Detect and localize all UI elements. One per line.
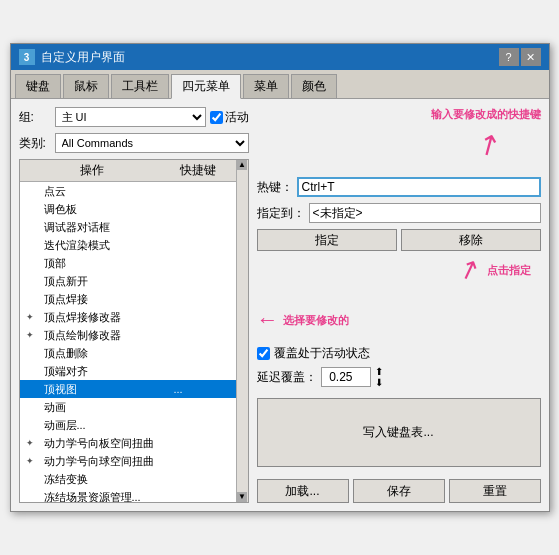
item-name: 顶点焊接 — [40, 292, 170, 307]
list-item[interactable]: 冻结变换 — [20, 470, 236, 488]
list-item[interactable]: 动画 — [20, 398, 236, 416]
category-select[interactable]: All Commands — [55, 133, 249, 153]
arrow-left-icon: ← — [257, 307, 279, 333]
list-item[interactable]: ✦顶点焊接修改器 — [20, 308, 236, 326]
category-label: 类别: — [19, 135, 51, 152]
annotation-top-text: 输入要修改成的快捷键 — [431, 107, 541, 122]
active-label: 活动 — [225, 109, 249, 126]
list-item[interactable]: 顶部 — [20, 254, 236, 272]
item-name: 顶点删除 — [40, 346, 170, 361]
item-name: 顶点新开 — [40, 274, 170, 289]
command-list-container: 操作 快捷键 点云 调色板 调试器对话框 迭代渲染模式 顶部 顶点新开 顶点焊接… — [19, 159, 249, 503]
item-icon — [22, 399, 38, 415]
tab-bar: 键盘 鼠标 工具栏 四元菜单 菜单 颜色 — [11, 70, 549, 99]
item-icon — [22, 291, 38, 307]
assign-button[interactable]: 指定 — [257, 229, 397, 251]
annotation-top-area: 输入要修改成的快捷键 ↙ — [257, 107, 541, 177]
assign-to-value: <未指定> — [313, 205, 363, 222]
command-list-body[interactable]: 点云 调色板 调试器对话框 迭代渲染模式 顶部 顶点新开 顶点焊接 ✦顶点焊接修… — [20, 182, 236, 502]
list-item[interactable]: 动画层... — [20, 416, 236, 434]
overlay-checkbox[interactable] — [257, 347, 270, 360]
tab-menu[interactable]: 菜单 — [243, 74, 289, 98]
item-icon: ✦ — [22, 309, 38, 325]
item-icon — [22, 255, 38, 271]
help-button[interactable]: ? — [499, 48, 519, 66]
annotation-arrow-top: ↙ — [471, 125, 507, 165]
delay-row: 延迟覆盖： ⬆⬇ — [257, 366, 541, 388]
item-name: 动力学号向球空间扭曲 — [40, 454, 170, 469]
main-window: 3 自定义用户界面 ? ✕ 键盘 鼠标 工具栏 四元菜单 菜单 颜色 组: 主 … — [10, 43, 550, 512]
item-name: 顶点绘制修改器 — [40, 328, 170, 343]
item-icon — [22, 219, 38, 235]
item-name: 动画 — [40, 400, 170, 415]
annotation-mid-text: 点击指定 — [487, 263, 531, 278]
list-item[interactable]: ✦动力学号向球空间扭曲 — [20, 452, 236, 470]
list-item[interactable]: 顶点删除 — [20, 344, 236, 362]
assign-to-label: 指定到： — [257, 205, 305, 222]
item-icon — [22, 183, 38, 199]
annotation-mid-area: 点击指定 ↙ — [257, 253, 541, 303]
save-button[interactable]: 保存 — [353, 479, 445, 503]
list-item[interactable]: 冻结场景资源管理... — [20, 488, 236, 502]
list-item[interactable]: 点云 — [20, 182, 236, 200]
window-title: 自定义用户界面 — [41, 49, 125, 66]
list-item[interactable]: 调色板 — [20, 200, 236, 218]
group-select[interactable]: 主 UI — [55, 107, 206, 127]
list-item[interactable]: ✦动力学号向板空间扭曲 — [20, 434, 236, 452]
left-panel: 组: 主 UI 活动 类别: All Commands — [19, 107, 249, 503]
tab-quad-menu[interactable]: 四元菜单 — [171, 74, 241, 99]
item-icon — [22, 363, 38, 379]
main-content: 组: 主 UI 活动 类别: All Commands — [11, 99, 549, 511]
list-item[interactable]: ✦顶点绘制修改器 — [20, 326, 236, 344]
item-shortcut: ... — [170, 383, 234, 395]
list-item[interactable]: 顶点新开 — [20, 272, 236, 290]
list-item-selected[interactable]: 顶视图... — [20, 380, 236, 398]
title-bar: 3 自定义用户界面 ? ✕ — [11, 44, 549, 70]
assign-remove-row: 指定 移除 — [257, 229, 541, 251]
close-button[interactable]: ✕ — [521, 48, 541, 66]
write-keyboard-button[interactable]: 写入键盘表... — [257, 398, 541, 467]
bottom-buttons: 加载... 保存 重置 — [257, 479, 541, 503]
tab-mouse[interactable]: 鼠标 — [63, 74, 109, 98]
item-name: 迭代渲染模式 — [40, 238, 170, 253]
item-name: 动力学号向板空间扭曲 — [40, 436, 170, 451]
item-icon — [22, 201, 38, 217]
title-controls: ? ✕ — [499, 48, 541, 66]
item-icon: ✦ — [22, 435, 38, 451]
remove-button[interactable]: 移除 — [401, 229, 541, 251]
title-bar-left: 3 自定义用户界面 — [19, 49, 125, 66]
item-name: 冻结变换 — [40, 472, 170, 487]
tab-keyboard[interactable]: 键盘 — [15, 74, 61, 98]
load-button[interactable]: 加载... — [257, 479, 349, 503]
category-row: 类别: All Commands — [19, 133, 249, 153]
item-icon — [22, 273, 38, 289]
active-checkbox[interactable] — [210, 111, 223, 124]
item-icon — [22, 489, 38, 502]
assign-to-row: 指定到： <未指定> — [257, 203, 541, 223]
item-name: 点云 — [40, 184, 170, 199]
group-label: 组: — [19, 109, 51, 126]
right-panel: 输入要修改成的快捷键 ↙ 热键： 指定到： <未指定> 指定 移除 — [257, 107, 541, 503]
item-icon — [22, 345, 38, 361]
delay-input[interactable] — [321, 367, 371, 387]
tab-toolbar[interactable]: 工具栏 — [111, 74, 169, 98]
hotkey-input[interactable] — [297, 177, 541, 197]
scrollbar[interactable]: ▲ ▼ — [236, 160, 248, 502]
tab-color[interactable]: 颜色 — [291, 74, 337, 98]
list-item[interactable]: 顶点焊接 — [20, 290, 236, 308]
item-icon — [22, 237, 38, 253]
overlay-label: 覆盖处于活动状态 — [274, 345, 370, 362]
header-shortcut: 快捷键 — [160, 162, 236, 179]
item-name: 冻结场景资源管理... — [40, 490, 170, 503]
item-name: 调色板 — [40, 202, 170, 217]
overlay-checkbox-row: 覆盖处于活动状态 — [257, 345, 541, 362]
hotkey-label: 热键： — [257, 179, 293, 196]
list-item[interactable]: 顶端对齐 — [20, 362, 236, 380]
list-item[interactable]: 迭代渲染模式 — [20, 236, 236, 254]
item-icon: ✦ — [22, 327, 38, 343]
reset-button[interactable]: 重置 — [449, 479, 541, 503]
item-icon — [22, 381, 38, 397]
window-icon: 3 — [19, 49, 35, 65]
list-item[interactable]: 调试器对话框 — [20, 218, 236, 236]
item-icon — [22, 417, 38, 433]
